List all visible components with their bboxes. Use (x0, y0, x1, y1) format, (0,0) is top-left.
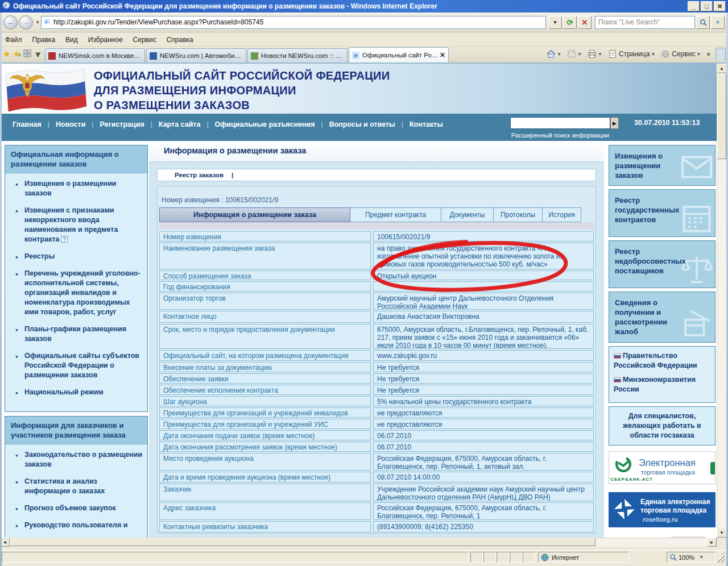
sidebar-link-label: Руководство пользователя и (24, 521, 127, 529)
search-button[interactable] (696, 16, 710, 29)
order-tab-4[interactable]: История (543, 207, 581, 222)
banner-1[interactable]: Реестр государственных контрактов (609, 189, 715, 237)
menu-item-4[interactable]: Сервис (128, 34, 162, 45)
nav-link-4[interactable]: Официальные разъяснения (215, 120, 315, 128)
gov-link-1[interactable]: Минэкономразвития России (614, 375, 710, 394)
forward-button[interactable]: → (19, 15, 33, 30)
search-dropdown-button[interactable]: ▼ (711, 16, 725, 29)
quick-tabs-icon[interactable] (23, 49, 31, 59)
menu-item-1[interactable]: Правка (27, 34, 61, 45)
site-search-input[interactable] (510, 117, 610, 129)
row-value: 675000, Амурская область, г.Благовещенск… (373, 324, 594, 349)
nav-link-3[interactable]: Карта сайта (159, 120, 201, 128)
stop-button[interactable]: ✕ (578, 16, 592, 29)
vertical-scroll-thumb[interactable] (717, 74, 726, 159)
sidebar-link[interactable]: Руководство пользователя и (15, 521, 143, 530)
nav-link-0[interactable]: Главная (13, 120, 42, 128)
main-panel: Реестр заказов | Номер извещения : 10061… (149, 161, 604, 547)
row-label: Адрес заказчика (159, 502, 371, 520)
maximize-button[interactable]: □ (701, 1, 713, 11)
row-value: Открытый аукцион (373, 270, 594, 280)
zoom-dropdown-icon[interactable]: ▼ (699, 555, 704, 560)
sidebar-link[interactable]: Прогноз объемов закупок (15, 503, 143, 513)
menu-item-0[interactable]: Файл (0, 34, 27, 45)
browser-tab-2[interactable]: Новости NEWSru.com :: Гос... (247, 48, 348, 63)
calendar-icon (680, 201, 714, 235)
scroll-down-button[interactable]: ▼ (717, 528, 727, 538)
specialists-note[interactable]: Для специалистов, желающих работать в об… (609, 406, 715, 446)
rss-feed-icon[interactable]: ▼ (564, 48, 585, 60)
browser-tab-1[interactable]: NEWSru.com | Автомобиль... (146, 48, 246, 63)
help-icon[interactable]: ? (61, 236, 68, 243)
menu-item-5[interactable]: Справка (162, 34, 198, 45)
sidebar-link[interactable]: Официальные сайты субъектов Российской Ф… (15, 351, 143, 380)
sidebar-link[interactable]: Законодательство о размещении заказов (15, 450, 143, 469)
banner-3[interactable]: Сведения о получении и рассмотрении жало… (609, 292, 715, 343)
url-dropdown-button[interactable]: ▼ (548, 16, 562, 29)
table-row: Номер извещения100615/002021/9 (159, 231, 594, 242)
sidebar-link[interactable]: Извещения о размещении заказов (15, 179, 143, 198)
menu-item-2[interactable]: Вид (60, 34, 83, 45)
row-label: Заказчик (159, 484, 371, 501)
history-dropdown-icon[interactable]: ▼ (35, 20, 40, 25)
nav-link-1[interactable]: Новости (56, 120, 85, 128)
scroll-up-button[interactable]: ▲ (717, 64, 727, 73)
tools-menu[interactable]: Сервис▼ (658, 48, 704, 60)
breadcrumb-link[interactable]: Реестр заказов (175, 172, 224, 178)
row-value: не предоставляются (373, 419, 594, 429)
sidebar-link[interactable]: Статистика и анализ информации о заказах (15, 477, 143, 496)
row-value: Не требуется (373, 362, 594, 372)
new-tab-stub[interactable] (715, 48, 726, 60)
tab-list-dropdown-icon[interactable]: ▼ (34, 49, 42, 59)
back-button[interactable]: ← (3, 15, 18, 30)
home-icon[interactable]: ▼ (544, 48, 564, 60)
gov-link-0[interactable]: Правительство Российской Федерации (614, 351, 710, 371)
roseltorg-banner[interactable]: Единая электронная торговая площадка ros… (609, 492, 715, 527)
favorites-star-icon[interactable]: ★ (3, 49, 10, 59)
sidebar-link[interactable]: Извещения с признаками некорректного вво… (15, 206, 143, 244)
live-search-input[interactable]: Поиск "Live Search" (595, 16, 695, 29)
sidebar-link[interactable]: Национальный режим (15, 388, 143, 397)
nav-link-5[interactable]: Вопросы и ответы (329, 120, 395, 128)
add-favorite-icon[interactable]: ★+ (13, 49, 21, 59)
browser-tab-0[interactable]: NEWSmsk.com в Москве: М... (45, 48, 145, 63)
sberbank-line1: Электронная (639, 457, 696, 468)
browser-tab-3[interactable]: eОфициальный сайт Рос...✕ (349, 47, 449, 63)
zoom-control[interactable]: 100% ▼ (667, 552, 715, 563)
address-bar: ← → ▼ e http://zakupki.gov.ru/Tender/Vie… (0, 13, 728, 32)
gov-link-label: Минэкономразвития России (614, 376, 696, 393)
nav-link-2[interactable]: Регистрация (100, 120, 144, 128)
horizontal-scroll-thumb[interactable] (10, 538, 595, 546)
order-tab-2[interactable]: Документы (441, 207, 494, 222)
table-row: Контактное лицоДашкова Анастасия Викторо… (159, 311, 594, 323)
advanced-search-link[interactable]: Расширенный поиск информации (500, 132, 620, 139)
scroll-right-button[interactable]: ► (707, 538, 717, 547)
refresh-button[interactable]: ⟳ (563, 16, 577, 29)
sidebar-link[interactable]: Реестры (15, 252, 143, 261)
sidebar-box-header: Официальная информация о размещении зака… (5, 145, 147, 173)
order-tab-1[interactable]: Предмет контракта (350, 207, 441, 222)
row-value: www.zakupki.gov.ru (373, 350, 594, 361)
envelope-icon (680, 150, 714, 184)
site-search-go-button[interactable]: ▶ (610, 117, 619, 129)
banner-2[interactable]: Реестр недобросовестных поставщиков (609, 240, 715, 288)
toolbar-overflow-chevron[interactable]: » (704, 49, 713, 59)
url-field[interactable]: e http://zakupki.gov.ru/Tender/ViewPurch… (41, 16, 546, 29)
order-tab-0[interactable]: Информация о размещении заказа (159, 207, 350, 222)
banner-0[interactable]: Извещения о размещении заказов (609, 145, 715, 186)
tab-close-icon[interactable]: ✕ (440, 51, 445, 59)
minimize-button[interactable]: _ (688, 1, 700, 11)
nav-link-6[interactable]: Контакты (410, 120, 443, 128)
sidebar-link[interactable]: Планы-графики размещения заказов (15, 324, 143, 344)
print-icon[interactable]: ▼ (585, 48, 605, 60)
sidebar-link-label: Извещения о размещении заказов (24, 180, 117, 197)
order-tab-3[interactable]: Протоколы (494, 207, 543, 222)
resize-grip[interactable] (717, 552, 725, 563)
sidebar-link[interactable]: Перечень учреждений уголовно-исполнитель… (15, 269, 143, 317)
sidebar-link-label: Планы-графики размещения заказов (24, 325, 126, 343)
order-info-box: Номер извещения : 100615/002021/9 Информ… (157, 186, 596, 534)
menu-item-3[interactable]: Избранное (83, 34, 128, 45)
sberbank-ast-banner[interactable]: СБЕРБАНК-АСТ Электронная торговая площад… (609, 451, 715, 484)
close-button[interactable]: ✕ (714, 1, 726, 11)
page-menu[interactable]: Страница▼ (605, 48, 658, 60)
